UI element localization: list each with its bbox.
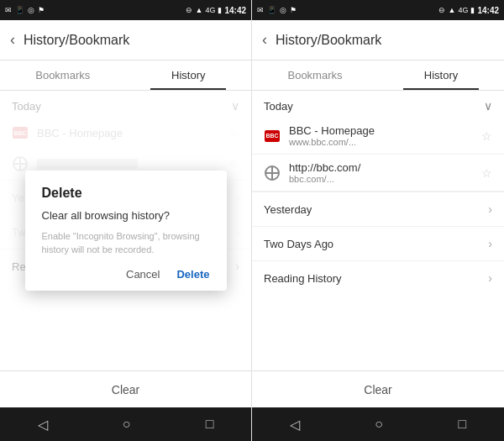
time-left: 14:42 — [224, 6, 246, 15]
back-button-left[interactable]: ‹ — [10, 31, 15, 49]
clear-button-right[interactable]: Clear — [364, 383, 391, 396]
signal-icon-right: 4G — [458, 6, 468, 14]
item-text-bbc-right: BBC - Homepage www.bbc.com/... — [289, 124, 476, 147]
header-right: ‹ History/Bookmark — [252, 20, 504, 60]
nav-bar-left: ◁ ○ □ — [0, 407, 251, 441]
star-icon-bbc2-right[interactable]: ☆ — [481, 166, 492, 180]
dialog-buttons: Cancel Delete — [42, 268, 210, 281]
status-bar-left: ✉ 📱 ◎ ⚑ ⊖ ▲ 4G ▮ 14:42 — [0, 0, 251, 20]
bottom-bar-right: Clear — [252, 370, 504, 407]
location-icon-r: ◎ — [280, 6, 286, 14]
status-right-right: ⊖ ▲ 4G ▮ 14:42 — [438, 6, 499, 15]
wifi-icon: ▲ — [195, 6, 202, 14]
tab-history-left[interactable]: History — [126, 60, 252, 90]
tab-history-right[interactable]: History — [378, 60, 504, 90]
item-url-bbc2-right: bbc.com/... — [289, 174, 476, 184]
yesterday-title-right: Yesterday — [264, 203, 312, 216]
signal-icon-left: 4G — [205, 6, 215, 14]
home-nav-icon-right[interactable]: ○ — [375, 417, 383, 432]
bookmark-icon-r: ⚑ — [290, 6, 297, 14]
section-row-reading-right[interactable]: Reading History › — [252, 260, 504, 295]
item-title-bbc-right: BBC - Homepage — [289, 124, 476, 137]
tabs-left: Bookmarks History — [0, 60, 251, 91]
twodays-title-right: Two Days Ago — [264, 238, 333, 250]
chevron-right-reading-right: › — [488, 271, 492, 285]
page-title-left: History/Bookmark — [24, 33, 129, 48]
section-row-twodays-right[interactable]: Two Days Ago › — [252, 226, 504, 260]
tab-bookmarks-left[interactable]: Bookmarks — [0, 60, 126, 90]
section-today-title-right: Today — [264, 100, 293, 113]
section-today-right[interactable]: Today ∨ — [252, 91, 504, 118]
bottom-bar-left: Clear — [0, 370, 251, 407]
star-icon-bbc-right[interactable]: ☆ — [481, 129, 492, 143]
section-row-yesterday-right[interactable]: Yesterday › — [252, 192, 504, 226]
whatsapp-icon-r: 📱 — [267, 6, 276, 14]
content-left: Today ∨ BBC BBC - Homepage ☆ ☆ — [0, 91, 251, 370]
left-panel: ✉ 📱 ◎ ⚑ ⊖ ▲ 4G ▮ 14:42 ‹ History/Bookmar… — [0, 0, 252, 441]
whatsapp-icon: 📱 — [15, 6, 24, 14]
chevron-right-twodays-right: › — [488, 237, 492, 250]
tabs-right: Bookmarks History — [252, 60, 504, 91]
battery-icon-right: ▮ — [470, 6, 475, 14]
item-title-bbc2-right: http://bbc.com/ — [289, 161, 476, 174]
delete-button[interactable]: Delete — [176, 268, 209, 281]
status-bar-right: ✉ 📱 ◎ ⚑ ⊖ ▲ 4G ▮ 14:42 — [252, 0, 504, 20]
dialog-overlay: Delete Clear all browsing history? Enabl… — [0, 91, 251, 370]
history-item-bbc-right[interactable]: BBC BBC - Homepage www.bbc.com/... ☆ — [252, 118, 504, 155]
home-nav-icon-left[interactable]: ○ — [123, 417, 131, 432]
page-title-right: History/Bookmark — [276, 33, 381, 48]
right-panel: ✉ 📱 ◎ ⚑ ⊖ ▲ 4G ▮ 14:42 ‹ History/Bookmar… — [252, 0, 504, 441]
status-right-left: ⊖ ▲ 4G ▮ 14:42 — [186, 6, 246, 15]
msg-icon-r: ✉ — [257, 6, 264, 14]
dialog-note: Enable "Incognito Browsing", browsing hi… — [42, 230, 210, 256]
item-text-bbc2-right: http://bbc.com/ bbc.com/... — [289, 161, 476, 184]
cancel-button[interactable]: Cancel — [126, 268, 160, 281]
recent-nav-icon-left[interactable]: □ — [206, 417, 214, 432]
wifi-icon-r: ▲ — [448, 6, 455, 14]
location-icon: ◎ — [28, 6, 34, 14]
nav-bar-right: ◁ ○ □ — [252, 407, 504, 441]
do-not-disturb-icon-r: ⊖ — [438, 6, 445, 14]
bbc-favicon-right: BBC — [264, 128, 281, 144]
time-right: 14:42 — [477, 6, 499, 15]
clear-button-left[interactable]: Clear — [112, 383, 139, 396]
tab-bookmarks-right[interactable]: Bookmarks — [252, 60, 378, 90]
battery-icon-left: ▮ — [218, 6, 222, 14]
chevron-right-yesterday-right: › — [488, 202, 492, 216]
chevron-down-icon-right: ∨ — [484, 99, 492, 113]
do-not-disturb-icon: ⊖ — [186, 6, 192, 14]
msg-icon: ✉ — [5, 6, 12, 14]
status-icons-right: ✉ 📱 ◎ ⚑ — [257, 6, 297, 14]
globe-favicon-right — [264, 165, 281, 181]
history-item-bbc2-right[interactable]: http://bbc.com/ bbc.com/... ☆ — [252, 155, 504, 192]
dialog-message: Clear all browsing history? — [42, 209, 210, 222]
dialog-title: Delete — [42, 186, 210, 201]
status-icons-left: ✉ 📱 ◎ ⚑ — [5, 6, 45, 14]
back-button-right[interactable]: ‹ — [262, 31, 267, 49]
bookmark-icon: ⚑ — [38, 6, 45, 14]
delete-dialog: Delete Clear all browsing history? Enabl… — [25, 171, 227, 291]
back-nav-icon-right[interactable]: ◁ — [290, 417, 300, 433]
recent-nav-icon-right[interactable]: □ — [459, 417, 467, 432]
header-left: ‹ History/Bookmark — [0, 20, 251, 60]
reading-title-right: Reading History — [264, 272, 342, 285]
item-url-bbc-right: www.bbc.com/... — [289, 137, 476, 147]
back-nav-icon-left[interactable]: ◁ — [38, 417, 48, 433]
content-right: Today ∨ BBC BBC - Homepage www.bbc.com/.… — [252, 91, 504, 370]
